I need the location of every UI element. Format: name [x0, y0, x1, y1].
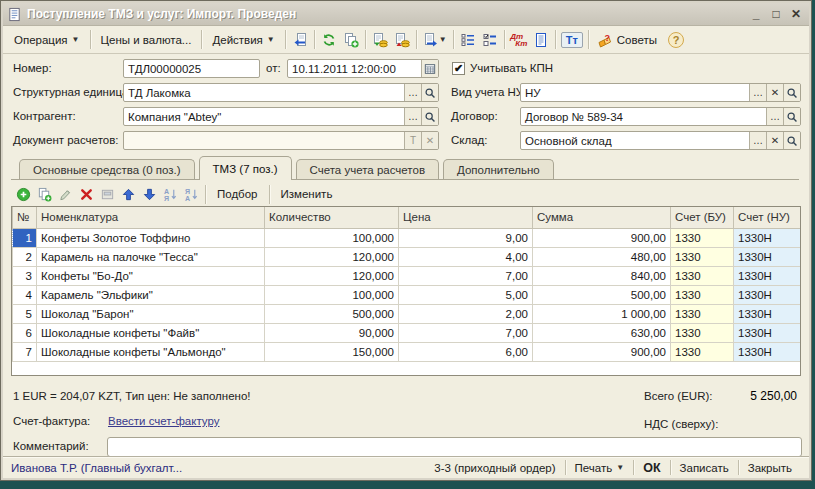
cell-sum[interactable]: 900,00: [533, 342, 671, 361]
post-document-button[interactable]: [369, 29, 391, 51]
tab-2[interactable]: Счета учета расчетов: [296, 159, 439, 179]
ellipsis-button[interactable]: …: [404, 84, 421, 101]
cell-nu[interactable]: 1330Н: [734, 247, 802, 266]
cell-name[interactable]: Шоколадные конфеты "Альмондо": [37, 342, 265, 361]
menu-actions[interactable]: Действия▼: [205, 31, 281, 49]
maximize-button[interactable]: □: [769, 7, 783, 21]
cell-nu[interactable]: 1330Н: [734, 304, 802, 323]
cell-sum[interactable]: 630,00: [533, 323, 671, 342]
magnifier-button[interactable]: [783, 108, 800, 125]
cell-nu[interactable]: 1330Н: [734, 228, 802, 247]
print-button[interactable]: Печать▼: [566, 462, 634, 474]
cell-name[interactable]: Карамель "Эльфики": [37, 285, 265, 304]
counterparty-input[interactable]: Компания "Abtey" …: [123, 107, 439, 126]
change-button[interactable]: Изменить: [273, 188, 341, 200]
help-button[interactable]: ?: [668, 32, 684, 48]
cell-qty[interactable]: 500,000: [265, 304, 399, 323]
kpn-checkbox[interactable]: ✔: [452, 62, 465, 75]
ellipsis-button[interactable]: …: [749, 84, 766, 101]
close-form-button[interactable]: Закрыть: [739, 462, 801, 474]
copy-add-button[interactable]: [340, 29, 362, 51]
cell-num[interactable]: 4: [13, 285, 37, 304]
add-row-button[interactable]: [13, 184, 34, 204]
table-row[interactable]: 3Конфеты "Бо-До"120,0007,00840,001330133…: [13, 266, 802, 285]
cell-qty[interactable]: 100,000: [265, 285, 399, 304]
marked-list-button[interactable]: [479, 29, 501, 51]
cell-sum[interactable]: 840,00: [533, 266, 671, 285]
cell-qty[interactable]: 120,000: [265, 266, 399, 285]
cell-num[interactable]: 2: [13, 247, 37, 266]
column-header[interactable]: Количество: [265, 207, 399, 228]
cell-name[interactable]: Шоколадные конфеты "Файв": [37, 323, 265, 342]
cell-price[interactable]: 9,00: [399, 228, 533, 247]
cell-qty[interactable]: 100,000: [265, 228, 399, 247]
cell-sum[interactable]: 1 000,00: [533, 304, 671, 323]
save-button[interactable]: Записать: [671, 462, 738, 474]
date-input[interactable]: 10.11.2011 12:00:00: [287, 59, 439, 78]
advice-button[interactable]: ?Советы: [592, 32, 662, 48]
cell-bu[interactable]: 1330: [671, 323, 734, 342]
cell-sum[interactable]: 500,00: [533, 285, 671, 304]
column-header[interactable]: №: [13, 207, 37, 228]
cell-nu[interactable]: 1330Н: [734, 266, 802, 285]
cell-bu[interactable]: 1330: [671, 304, 734, 323]
cell-qty[interactable]: 150,000: [265, 342, 399, 361]
cell-num[interactable]: 6: [13, 323, 37, 342]
calendar-button[interactable]: [421, 60, 438, 77]
move-down-button[interactable]: [139, 184, 160, 204]
table-row[interactable]: 2Карамель на палочке "Тесса"120,0004,004…: [13, 247, 802, 266]
tab-0[interactable]: Основные средства (0 поз.): [19, 159, 195, 179]
delete-row-button[interactable]: [76, 184, 97, 204]
cell-bu[interactable]: 1330: [671, 342, 734, 361]
warehouse-input[interactable]: Основной склад … ✕: [520, 131, 801, 150]
cell-name[interactable]: Конфеты Золотое Тоффино: [37, 228, 265, 247]
magnifier-button[interactable]: [783, 132, 800, 149]
nu-account-type-input[interactable]: НУ … ✕: [520, 83, 801, 102]
clear-button[interactable]: ✕: [421, 132, 438, 149]
pick-button[interactable]: Подбор: [209, 188, 266, 200]
table-row[interactable]: 1Конфеты Золотое Тоффино100,0009,00900,0…: [13, 228, 802, 247]
ok-button[interactable]: ОК: [634, 461, 669, 475]
cell-price[interactable]: 5,00: [399, 285, 533, 304]
column-header[interactable]: Цена: [399, 207, 533, 228]
cell-price[interactable]: 6,00: [399, 342, 533, 361]
cell-price[interactable]: 7,00: [399, 266, 533, 285]
dt-kt-button[interactable]: ДтКт: [508, 29, 530, 51]
move-up-button[interactable]: [118, 184, 139, 204]
cell-name[interactable]: Шоколад "Барон": [37, 304, 265, 323]
magnifier-button[interactable]: [421, 108, 438, 125]
column-header[interactable]: Счет (НУ): [734, 207, 802, 228]
sort-desc-button[interactable]: ЯА: [181, 184, 202, 204]
close-button[interactable]: ✕: [789, 7, 803, 21]
tab-3[interactable]: Дополнительно: [443, 159, 554, 179]
table-row[interactable]: 7Шоколадные конфеты "Альмондо"150,0006,0…: [13, 342, 802, 361]
cell-price[interactable]: 4,00: [399, 247, 533, 266]
enter-invoice-link[interactable]: Ввести счет-фактуру: [108, 415, 219, 427]
cell-bu[interactable]: 1330: [671, 266, 734, 285]
document-movements-button[interactable]: [530, 29, 552, 51]
magnifier-button[interactable]: [421, 84, 438, 101]
table-row[interactable]: 4Карамель "Эльфики"100,0005,00500,001330…: [13, 285, 802, 304]
cell-nu[interactable]: 1330Н: [734, 285, 802, 304]
column-header[interactable]: Номенклатура: [37, 207, 265, 228]
cell-num[interactable]: 1: [13, 228, 37, 247]
comment-input[interactable]: [107, 437, 802, 457]
cell-nu[interactable]: 1330Н: [734, 323, 802, 342]
cell-name[interactable]: Конфеты "Бо-До": [37, 266, 265, 285]
magnifier-button[interactable]: [783, 84, 800, 101]
edit-row-button[interactable]: [55, 184, 76, 204]
reread-button[interactable]: [289, 29, 311, 51]
contract-input[interactable]: Договор № 589-34 …: [520, 107, 801, 126]
column-header[interactable]: Сумма: [533, 207, 671, 228]
cell-bu[interactable]: 1330: [671, 247, 734, 266]
unpost-document-button[interactable]: [391, 29, 413, 51]
refresh-button[interactable]: [318, 29, 340, 51]
cell-bu[interactable]: 1330: [671, 228, 734, 247]
ellipsis-button[interactable]: …: [404, 108, 421, 125]
table-row[interactable]: 5Шоколад "Барон"500,0002,001 000,0013301…: [13, 304, 802, 323]
cell-qty[interactable]: 120,000: [265, 247, 399, 266]
ellipsis-button[interactable]: …: [766, 108, 783, 125]
totals-button[interactable]: Тт: [559, 29, 585, 51]
cell-num[interactable]: 3: [13, 266, 37, 285]
table-row[interactable]: 6Шоколадные конфеты "Файв"90,0007,00630,…: [13, 323, 802, 342]
